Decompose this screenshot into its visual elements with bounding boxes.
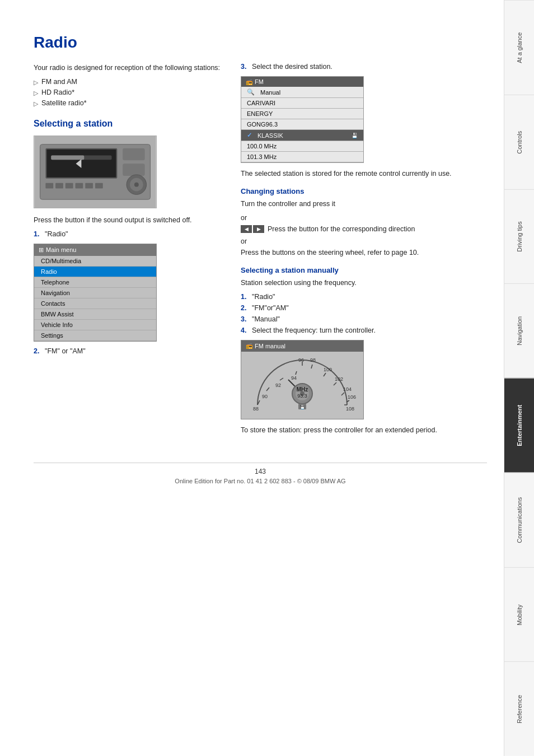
list-item: ▷ Satellite radio*	[34, 99, 224, 108]
svg-rect-14	[76, 183, 83, 188]
svg-text:90: 90	[262, 394, 268, 399]
tab-driving-tips[interactable]: Driving tips	[504, 189, 534, 284]
svg-text:100: 100	[324, 367, 332, 372]
fm-row: 100.0 MHz	[241, 141, 363, 152]
svg-rect-13	[65, 183, 73, 188]
svg-rect-12	[55, 183, 63, 188]
menu-items: CD/MultimediaRadioTelephoneNavigationCon…	[34, 256, 156, 341]
tab-mobility[interactable]: Mobility	[504, 567, 534, 662]
svg-rect-11	[45, 183, 53, 188]
svg-text:💾: 💾	[300, 404, 305, 409]
tab-navigation[interactable]: Navigation	[504, 283, 534, 378]
step-label: "Radio"	[252, 293, 275, 301]
fm-header-label: FM	[255, 78, 264, 85]
fm-manual-header: 📻 FM manual	[241, 340, 363, 352]
direction-buttons: ◀ ▶	[241, 225, 264, 233]
svg-line-22	[280, 378, 283, 380]
fm-row: CARIVARI	[241, 98, 363, 109]
step-3: 3. Select the desired station.	[241, 63, 487, 71]
svg-rect-7	[123, 164, 144, 176]
list-item: ▷ FM and AM	[34, 78, 224, 86]
svg-text:108: 108	[346, 406, 354, 412]
tab-reference[interactable]: Reference	[504, 661, 534, 756]
fm-row: ENERGY	[241, 109, 363, 119]
bullet-item-label: HD Radio*	[41, 88, 74, 96]
fm-manual-label: FM manual	[255, 343, 285, 349]
steering-wheel-text: Press the buttons on the steering wheel,…	[241, 248, 487, 258]
right-column: 3. Select the desired station. 📻 FM 🔍Man…	[241, 63, 487, 440]
page-container: Radio Your radio is designed for recepti…	[0, 0, 534, 756]
step-number: 4.	[241, 326, 249, 334]
menu-item: Navigation	[34, 288, 156, 298]
right-dir-button[interactable]: ▶	[253, 225, 264, 233]
menu-item: BMW Assist	[34, 309, 156, 320]
svg-text:106: 106	[348, 394, 356, 400]
selecting-manually-heading: Selecting a station manually	[241, 266, 487, 274]
svg-text:MHz: MHz	[297, 386, 308, 393]
main-menu-screen: ⊞ Main menu CD/MultimediaRadioTelephoneN…	[34, 244, 157, 342]
svg-line-24	[296, 371, 297, 375]
step-number: 3.	[241, 63, 249, 71]
stored-text: The selected station is stored for the r…	[241, 169, 487, 179]
menu-item: Contacts	[34, 298, 156, 309]
menu-item: Radio	[34, 267, 156, 277]
menu-header-label: Main menu	[46, 246, 76, 253]
svg-line-32	[334, 382, 336, 385]
menu-item: CD/Multimedia	[34, 256, 156, 267]
changing-stations-heading: Changing stations	[241, 187, 487, 195]
fm-rows: 🔍ManualCARIVARIENERGYGONG96.3✓KLASSIK💾10…	[241, 87, 363, 162]
dial-area: 88 90 92 94 96	[241, 352, 363, 419]
step-label: "Radio"	[45, 230, 68, 238]
svg-line-28	[311, 365, 312, 368]
step-label: "FM" or "AM"	[45, 347, 86, 355]
fm-manual-icon: 📻	[246, 343, 252, 349]
step-label: Select the frequency: turn the controlle…	[252, 326, 376, 334]
tab-at-a-glance[interactable]: At a glance	[504, 0, 534, 95]
bullet-arrow-icon: ▷	[34, 100, 38, 108]
svg-rect-15	[85, 183, 93, 188]
manual-step-1: 1. "Radio"	[241, 293, 487, 301]
fm-row: 101.3 MHz	[241, 152, 363, 162]
footer-text: Online Edition for Part no. 01 41 2 602 …	[34, 478, 487, 484]
menu-screen-header: ⊞ Main menu	[34, 244, 156, 256]
fm-row: GONG96.3	[241, 119, 363, 130]
svg-text:104: 104	[343, 386, 352, 392]
step-number: 3.	[241, 315, 249, 323]
store-station-text: To store the station: press the controll…	[241, 425, 487, 436]
press-dir-text: Press the button for the corresponding d…	[268, 224, 415, 235]
svg-point-10	[134, 182, 139, 186]
svg-text:88: 88	[253, 406, 259, 412]
menu-item: Telephone	[34, 277, 156, 288]
step-label: "Manual"	[252, 315, 280, 323]
svg-rect-6	[123, 148, 144, 160]
right-sidebar: At a glance Controls Driving tips Naviga…	[504, 0, 534, 756]
page-footer: 143 Online Edition for Part no. 01 41 2 …	[34, 463, 487, 484]
fm-row: 🔍Manual	[241, 87, 363, 98]
svg-text:93.3: 93.3	[297, 393, 307, 399]
left-dir-button[interactable]: ◀	[241, 225, 252, 233]
menu-icon: ⊞	[39, 246, 44, 254]
tab-entertainment[interactable]: Entertainment	[504, 378, 534, 473]
svg-text:102: 102	[335, 376, 343, 382]
manual-step-4: 4. Select the frequency: turn the contro…	[241, 326, 487, 334]
selecting-manually-subtext: Station selection using the frequency.	[241, 278, 487, 288]
intro-text: Your radio is designed for reception of …	[34, 63, 224, 73]
fm-icon: 📻	[246, 79, 252, 85]
tab-communications[interactable]: Communications	[504, 473, 534, 567]
two-col-layout: Your radio is designed for reception of …	[34, 63, 487, 440]
svg-line-30	[324, 373, 326, 376]
tab-controls[interactable]: Controls	[504, 95, 534, 189]
menu-item: Settings	[34, 330, 156, 341]
press-button-text: Press the button if the sound output is …	[34, 215, 224, 226]
left-column: Your radio is designed for reception of …	[34, 63, 224, 440]
manual-step-3: 3. "Manual"	[241, 315, 487, 323]
or-separator-2: or	[241, 237, 487, 245]
menu-item: Vehicle Info	[34, 320, 156, 330]
list-item: ▷ HD Radio*	[34, 88, 224, 97]
main-content: Radio Your radio is designed for recepti…	[0, 0, 504, 756]
step-number: 1.	[241, 293, 249, 301]
dir-buttons-row: ◀ ▶ Press the button for the correspondi…	[241, 224, 487, 235]
step-number: 1.	[34, 230, 41, 238]
bullet-arrow-icon: ▷	[34, 79, 38, 86]
bullet-list: ▷ FM and AM ▷ HD Radio* ▷ Satellite radi…	[34, 78, 224, 108]
